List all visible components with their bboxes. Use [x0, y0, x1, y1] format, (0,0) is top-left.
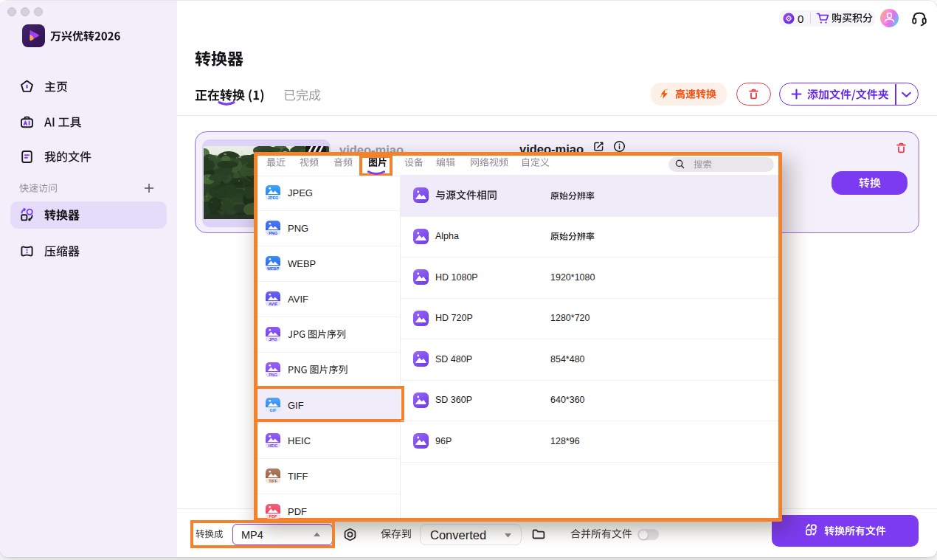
svg-text:JPEG: JPEG [268, 196, 278, 200]
svg-text:JPG: JPG [269, 337, 277, 342]
svg-text:PNG: PNG [269, 373, 277, 377]
svg-text:PDF: PDF [269, 514, 277, 519]
svg-text:PNG: PNG [269, 231, 277, 235]
svg-text:HEIC: HEIC [269, 443, 278, 448]
svg-text:AVIF: AVIF [269, 302, 278, 306]
svg-text:WEBP: WEBP [267, 266, 280, 271]
svg-text:TIFF: TIFF [269, 479, 277, 483]
